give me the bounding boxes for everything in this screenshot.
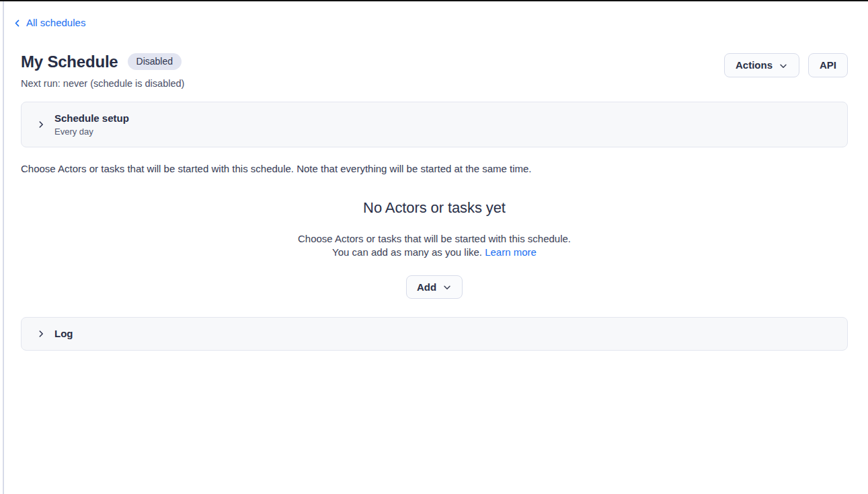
actions-button[interactable]: Actions	[724, 53, 799, 77]
empty-state-description: Choose Actors or tasks that will be star…	[21, 232, 848, 259]
empty-state-title: No Actors or tasks yet	[21, 199, 848, 217]
empty-state: No Actors or tasks yet Choose Actors or …	[21, 199, 848, 299]
header-actions: Actions API	[724, 53, 848, 77]
schedule-detail-page: All schedules My Schedule Disabled Next …	[0, 0, 868, 351]
chevron-right-icon	[36, 329, 46, 339]
intro-text: Choose Actors or tasks that will be star…	[21, 162, 848, 176]
schedule-setup-panel[interactable]: Schedule setup Every day	[21, 102, 848, 147]
log-panel[interactable]: Log	[21, 317, 848, 351]
add-button[interactable]: Add	[406, 275, 463, 299]
actions-button-label: Actions	[736, 59, 773, 71]
add-button-label: Add	[417, 281, 436, 293]
chevron-left-icon	[13, 19, 22, 28]
back-link-all-schedules[interactable]: All schedules	[13, 17, 85, 28]
next-run-text: Next run: never (schedule is disabled)	[21, 78, 184, 89]
status-badge: Disabled	[128, 53, 182, 70]
empty-state-description-line1: Choose Actors or tasks that will be star…	[298, 233, 571, 244]
back-link-label: All schedules	[26, 17, 85, 28]
page-header: My Schedule Disabled Next run: never (sc…	[21, 52, 848, 89]
learn-more-link[interactable]: Learn more	[485, 246, 537, 258]
log-panel-title: Log	[54, 327, 73, 340]
chevron-right-icon	[36, 120, 46, 129]
schedule-setup-title: Schedule setup	[54, 112, 129, 125]
main-content: All schedules My Schedule Disabled Next …	[0, 0, 868, 351]
api-button-label: API	[820, 59, 836, 71]
api-button[interactable]: API	[808, 53, 848, 77]
chevron-down-icon	[442, 283, 452, 292]
chevron-down-icon	[779, 61, 788, 71]
page-title: My Schedule	[21, 52, 118, 71]
schedule-setup-subtitle: Every day	[54, 126, 129, 137]
empty-state-description-line2: You can add as many as you like.	[332, 246, 482, 258]
